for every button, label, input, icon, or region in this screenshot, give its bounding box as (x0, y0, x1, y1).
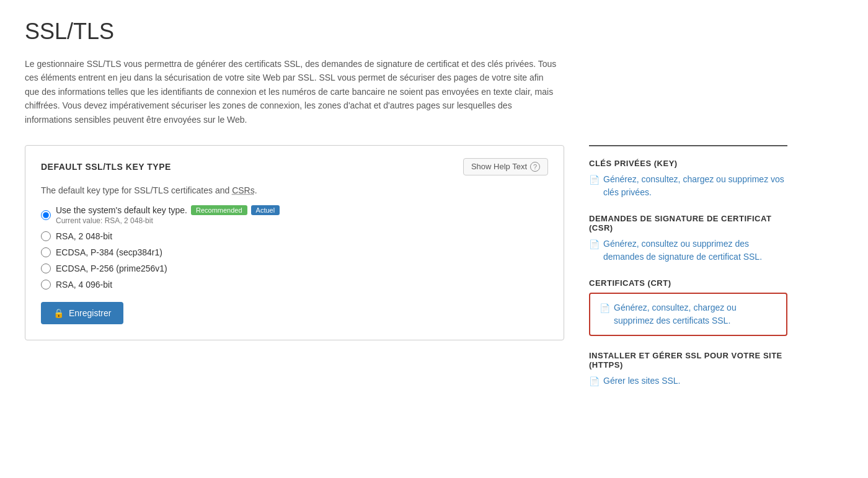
current-value-text: Current value: RSA, 2 048-bit (56, 216, 280, 225)
radio-label-5[interactable]: RSA, 4 096-bit (56, 280, 112, 290)
sidebar-section-crt: CERTIFICATS (CRT) 📄 Générez, consultez, … (589, 278, 787, 336)
document-icon-crt: 📄 (600, 302, 610, 315)
radio-ecdsa-p256[interactable] (41, 263, 51, 273)
sidebar-link-crt-text: Générez, consultez, chargez ou supprimez… (614, 301, 777, 327)
radio-system-default[interactable] (41, 210, 51, 220)
sidebar-title-csr: DEMANDES DE SIGNATURE DE CERTIFICAT (CSR… (589, 214, 787, 232)
radio-label-3[interactable]: ECDSA, P-384 (secp384r1) (56, 247, 162, 257)
sidebar-section-keys: CLÉS PRIVÉES (KEY) 📄 Générez, consultez,… (589, 159, 787, 199)
sidebar-link-keys[interactable]: 📄 Générez, consultez, chargez ou supprim… (589, 173, 787, 199)
radio-item-system-default: Use the system's default key type. Recom… (41, 205, 548, 225)
sidebar-link-keys-text: Générez, consultez, chargez ou supprimez… (603, 173, 787, 199)
sidebar-link-csr[interactable]: 📄 Générez, consultez ou supprimez des de… (589, 237, 787, 263)
radio-rsa-4096[interactable] (41, 280, 51, 290)
radio-label-2[interactable]: RSA, 2 048-bit (56, 231, 112, 241)
card-title: DEFAULT SSL/TLS KEY TYPE (41, 162, 171, 172)
badge-recommended: Recommended (191, 205, 247, 215)
radio-label-group-1: Use the system's default key type. Recom… (56, 205, 280, 225)
right-sidebar: CLÉS PRIVÉES (KEY) 📄 Générez, consultez,… (589, 145, 787, 403)
ssl-key-type-card: DEFAULT SSL/TLS KEY TYPE Show Help Text … (25, 145, 564, 340)
help-icon: ? (530, 162, 540, 172)
document-icon-csr: 📄 (589, 238, 600, 251)
sidebar-title-https: INSTALLER ET GÉRER SSL POUR VOTRE SITE (… (589, 351, 787, 370)
save-button[interactable]: 🔒 Enregistrer (41, 302, 123, 324)
radio-item-rsa-4096: RSA, 4 096-bit (41, 280, 548, 290)
cert-card-highlighted: 📄 Générez, consultez, chargez ou supprim… (589, 293, 787, 336)
radio-group: Use the system's default key type. Recom… (41, 205, 548, 290)
save-label: Enregistrer (69, 308, 111, 318)
show-help-label: Show Help Text (471, 162, 527, 171)
left-panel: DEFAULT SSL/TLS KEY TYPE Show Help Text … (25, 145, 564, 340)
card-description: The default key type for SSL/TLS certifi… (41, 185, 548, 195)
sidebar-section-csr: DEMANDES DE SIGNATURE DE CERTIFICAT (CSR… (589, 214, 787, 263)
show-help-button[interactable]: Show Help Text ? (463, 158, 548, 175)
intro-paragraph: Le gestionnaire SSL/TLS vous permettra d… (25, 57, 558, 126)
badge-actuel: Actuel (251, 205, 280, 215)
radio-item-ecdsa-p384: ECDSA, P-384 (secp384r1) (41, 247, 548, 257)
radio-rsa-2048[interactable] (41, 231, 51, 241)
sidebar-divider (589, 145, 787, 146)
sidebar-link-crt[interactable]: 📄 Générez, consultez, chargez ou supprim… (600, 301, 777, 327)
sidebar-link-https-text: Gérer les sites SSL. (603, 374, 681, 387)
sidebar-title-crt: CERTIFICATS (CRT) (589, 278, 787, 288)
card-header: DEFAULT SSL/TLS KEY TYPE Show Help Text … (41, 158, 548, 175)
sidebar-section-https: INSTALLER ET GÉRER SSL POUR VOTRE SITE (… (589, 351, 787, 388)
sidebar-title-keys: CLÉS PRIVÉES (KEY) (589, 159, 787, 168)
radio-label-1[interactable]: Use the system's default key type. (56, 205, 187, 215)
radio-badges-1: Use the system's default key type. Recom… (56, 205, 280, 215)
main-layout: DEFAULT SSL/TLS KEY TYPE Show Help Text … (25, 145, 843, 403)
lock-icon: 🔒 (53, 308, 64, 318)
radio-ecdsa-p384[interactable] (41, 247, 51, 257)
document-icon-keys: 📄 (589, 174, 600, 187)
radio-item-rsa-2048: RSA, 2 048-bit (41, 231, 548, 241)
sidebar-link-https[interactable]: 📄 Gérer les sites SSL. (589, 374, 787, 388)
radio-label-4[interactable]: ECDSA, P-256 (prime256v1) (56, 263, 167, 273)
document-icon-https: 📄 (589, 375, 600, 388)
radio-item-ecdsa-p256: ECDSA, P-256 (prime256v1) (41, 263, 548, 273)
page-title: SSL/TLS (25, 19, 843, 45)
sidebar-link-csr-text: Générez, consultez ou supprimez des dema… (603, 237, 787, 263)
csr-abbr: CSRs (232, 185, 255, 195)
